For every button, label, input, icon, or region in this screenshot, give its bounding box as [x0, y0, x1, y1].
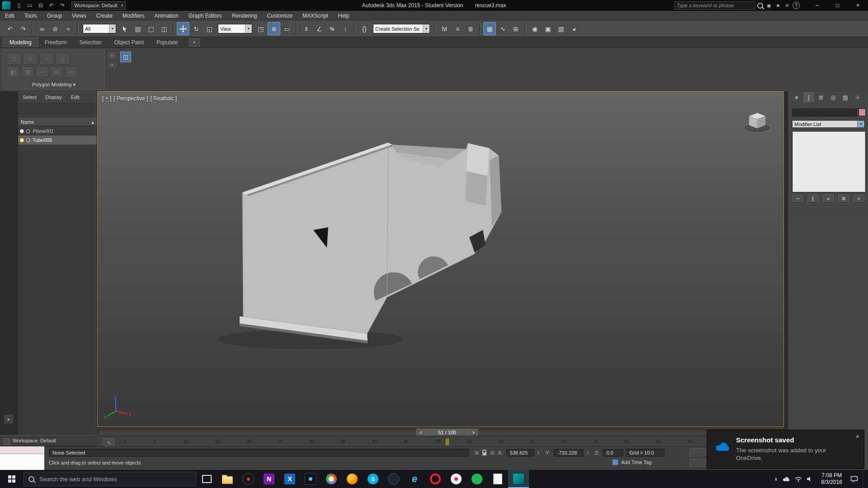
use-pivot-point-button[interactable]: ◳ — [255, 22, 267, 35]
toast-close-button[interactable]: × — [856, 433, 859, 440]
isolate-selection-icon[interactable]: ⊞ — [475, 450, 479, 456]
sign-in-button[interactable]: ◉ — [764, 1, 774, 10]
x-spinner[interactable]: ▴▾ — [538, 450, 542, 455]
menu-help[interactable]: Help — [333, 11, 354, 21]
select-object-button[interactable] — [118, 22, 131, 35]
y-spinner[interactable]: ▴▾ — [587, 450, 591, 455]
ribbon-mini-button-1[interactable]: ▸ — [108, 52, 117, 60]
keyboard-shortcut-override-button[interactable]: ▭ — [281, 22, 293, 35]
ribbon-tab-populate[interactable]: Populate — [150, 38, 184, 47]
chrome-button[interactable] — [321, 470, 342, 488]
material-editor-button[interactable]: ◉ — [528, 22, 541, 35]
pin-stack-button[interactable]: ⊸ — [792, 194, 803, 203]
spotify-button[interactable] — [467, 470, 487, 488]
spinner-snap-button[interactable]: ↕ — [339, 22, 352, 35]
viewport-menu-pov[interactable]: [ Perspective ] — [113, 95, 148, 102]
task-view-button[interactable] — [196, 470, 217, 488]
infocenter-search-input[interactable] — [674, 1, 755, 9]
polygon-mode-button[interactable]: △ — [56, 53, 70, 65]
x-coordinate-field[interactable]: 536.625 — [506, 449, 534, 457]
remove-modifier-button[interactable]: ⊠ — [838, 194, 849, 203]
configure-modifier-sets-button[interactable]: ≡ — [854, 194, 864, 203]
tray-expand-chevron-icon[interactable]: ∧ — [774, 476, 778, 482]
angle-snap-button[interactable]: ∠ — [313, 22, 326, 35]
panel-divider[interactable] — [784, 91, 788, 470]
object-name-field[interactable] — [792, 108, 857, 117]
taskbar-search-box[interactable] — [24, 472, 196, 486]
vertex-mode-button[interactable]: ▢ — [7, 53, 21, 65]
redo-quick-button[interactable]: ↷ — [57, 0, 68, 10]
object-color-swatch[interactable] — [859, 108, 866, 116]
explorer-menu-select[interactable]: Select — [18, 94, 41, 100]
select-and-scale-button[interactable]: ◱ — [203, 22, 216, 35]
select-and-manipulate-button[interactable]: ⊕ — [268, 22, 280, 35]
x-app-button[interactable]: X — [279, 470, 300, 488]
explorer-row-plane001[interactable]: Plane001 — [18, 127, 97, 136]
explorer-row-tube005[interactable]: Tube005 — [18, 136, 97, 145]
action-center-icon[interactable] — [850, 476, 858, 483]
opera-button[interactable] — [425, 470, 446, 488]
minimize-button[interactable]: – — [807, 0, 827, 11]
volume-icon[interactable] — [807, 476, 813, 482]
mirror-button[interactable]: M — [438, 22, 451, 35]
ribbon-tab-object-paint[interactable]: Object Paint — [108, 38, 150, 47]
tab-modify[interactable]: ∫ — [804, 92, 814, 102]
snap-toggle-3d-button[interactable]: 3 — [300, 22, 312, 35]
media-player-button[interactable] — [238, 470, 259, 488]
save-file-button[interactable]: ⊟ — [35, 0, 46, 10]
explorer-menu-display[interactable]: Display — [41, 94, 66, 100]
time-slider-handle[interactable]: < 51 / 100 > — [416, 429, 478, 436]
next-frame-button[interactable]: > — [469, 429, 478, 436]
internet-explorer-button[interactable]: e — [404, 470, 425, 488]
add-time-tag-button[interactable]: Add Time Tag — [621, 460, 651, 465]
redo-button[interactable]: ↷ — [17, 22, 29, 35]
modify-stack-button[interactable]: ▥ — [21, 66, 34, 77]
a360-button[interactable]: ✕ — [783, 1, 792, 10]
maximize-button[interactable]: □ — [827, 0, 848, 11]
3ds-max-taskbar-button[interactable] — [508, 470, 529, 488]
viewport-menu-general[interactable]: [ + ] — [102, 95, 111, 102]
notepad-button[interactable] — [487, 470, 508, 488]
menu-tools[interactable]: Tools — [19, 11, 42, 21]
select-by-name-button[interactable]: ▤ — [132, 22, 144, 35]
element-mode-button[interactable]: ◧ — [7, 66, 19, 77]
maxscript-mini-listener[interactable] — [0, 446, 45, 470]
taskbar-search-input[interactable] — [38, 475, 191, 483]
start-button[interactable] — [0, 470, 24, 488]
graphite-modeling-tools-button[interactable]: ▦ — [483, 22, 496, 35]
align-button[interactable]: ≡ — [451, 22, 464, 35]
named-selection-sets-dropdown[interactable]: Create Selection Se ▾ — [373, 24, 430, 33]
visibility-bulb-icon[interactable] — [20, 129, 24, 133]
current-frame-display[interactable]: 51 / 100 — [425, 429, 469, 436]
z-coordinate-field[interactable]: 0.0 — [603, 449, 623, 457]
select-and-rotate-button[interactable]: ↻ — [190, 22, 203, 35]
ribbon-tab-modeling[interactable]: Modeling — [3, 38, 38, 47]
menu-customize[interactable]: Customize — [262, 11, 297, 21]
3ds-max-app-icon[interactable] — [2, 1, 11, 10]
tab-display[interactable]: ▥ — [840, 92, 850, 102]
menu-rendering[interactable]: Rendering — [227, 11, 262, 21]
itunes-button[interactable] — [446, 470, 467, 488]
bind-to-space-warp-button[interactable]: ≈ — [62, 22, 75, 35]
listener-macro-line[interactable] — [0, 446, 44, 454]
explorer-menu-edit[interactable]: Edit — [66, 94, 84, 100]
undo-button[interactable]: ↶ — [4, 22, 16, 35]
menu-group[interactable]: Group — [42, 11, 67, 21]
help-button[interactable]: ? — [792, 1, 801, 10]
tab-create[interactable]: ∗ — [792, 92, 802, 102]
modifier-stack[interactable] — [792, 131, 866, 192]
select-and-link-button[interactable]: ∞ — [36, 22, 48, 35]
ribbon-mini-button-2[interactable]: ▾ — [108, 61, 117, 69]
modifier-list-dropdown[interactable]: Modifier List ▾ — [792, 120, 865, 128]
firefox-button[interactable] — [342, 470, 363, 488]
listener-script-line[interactable] — [0, 454, 44, 470]
explorer-name-column-header[interactable]: Name ▴ — [18, 118, 97, 126]
taskbar-clock[interactable]: 7:08 PM 8/3/2016 — [817, 472, 846, 486]
render-production-button[interactable]: ◕ — [568, 22, 580, 35]
make-unique-button[interactable]: ⌀ — [823, 194, 834, 203]
track-bar[interactable]: ∿ 0 5 10 15 20 25 30 35 40 45 50 55 60 6… — [97, 437, 784, 447]
workspace-bar[interactable]: Workspace: Default — [0, 435, 97, 446]
new-scene-button[interactable]: ▯ — [14, 0, 24, 10]
truck-model[interactable] — [98, 92, 783, 427]
onedrive-tray-icon[interactable] — [782, 476, 790, 482]
